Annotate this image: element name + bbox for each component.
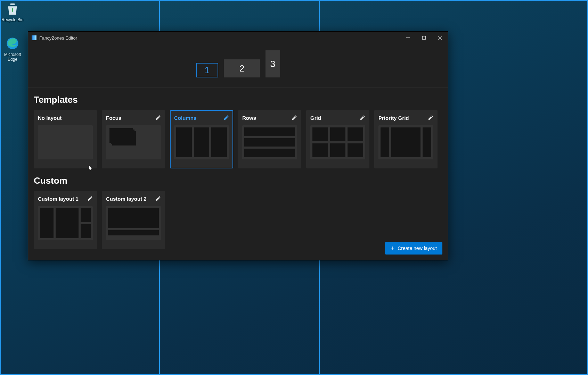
card-title: Custom layout 1	[38, 196, 79, 202]
layout-preview	[106, 206, 161, 240]
recycle-bin-icon	[5, 1, 20, 16]
pencil-icon[interactable]	[292, 115, 297, 120]
templates-heading: Templates	[34, 94, 442, 105]
plus-icon: +	[391, 245, 394, 252]
pencil-icon[interactable]	[223, 115, 229, 120]
layout-preview	[174, 125, 229, 159]
card-title: Grid	[310, 115, 321, 121]
monitor-2-button[interactable]: 2	[224, 59, 260, 77]
custom-card-2[interactable]: Custom layout 2	[102, 191, 165, 249]
layout-preview	[106, 125, 161, 159]
minimize-button[interactable]	[400, 32, 416, 44]
template-card-columns[interactable]: Columns	[170, 110, 233, 168]
maximize-button[interactable]	[416, 32, 432, 44]
fancyzones-editor-window: FancyZones Editor 1 2 3 Templates No lay…	[28, 31, 448, 260]
desktop: Recycle Bin Microsoft Edge FancyZones Ed…	[0, 0, 588, 375]
template-card-grid[interactable]: Grid	[306, 110, 369, 168]
layout-preview	[310, 125, 365, 159]
card-title: Focus	[106, 115, 121, 121]
svg-rect-6	[423, 36, 426, 40]
desktop-icon-label: Recycle Bin	[1, 17, 23, 22]
card-title: Columns	[174, 115, 196, 121]
svg-rect-2	[32, 35, 33, 40]
monitor-3-button[interactable]: 3	[266, 50, 280, 77]
layout-preview	[38, 206, 93, 240]
custom-heading: Custom	[34, 175, 442, 186]
pencil-icon[interactable]	[155, 115, 161, 120]
pencil-icon[interactable]	[428, 115, 433, 120]
template-card-rows[interactable]: Rows	[238, 110, 301, 168]
pencil-icon[interactable]	[155, 196, 161, 201]
close-button[interactable]	[432, 32, 448, 44]
card-title: Rows	[242, 115, 256, 121]
svg-rect-3	[33, 35, 35, 40]
layout-preview	[242, 125, 297, 159]
template-card-focus[interactable]: Focus	[102, 110, 165, 168]
pencil-icon[interactable]	[360, 115, 365, 120]
app-icon	[32, 35, 36, 40]
card-title: No layout	[38, 115, 62, 121]
create-new-layout-button[interactable]: + Create new layout	[385, 242, 442, 255]
svg-rect-5	[406, 38, 410, 38]
monitor-picker: 1 2 3	[28, 44, 448, 88]
titlebar[interactable]: FancyZones Editor	[28, 32, 448, 44]
template-card-priority-grid[interactable]: Priority Grid	[374, 110, 438, 168]
svg-rect-0	[10, 3, 15, 5]
desktop-icon-label: Microsoft Edge	[4, 52, 21, 62]
pencil-icon[interactable]	[87, 196, 93, 201]
create-label: Create new layout	[398, 245, 437, 251]
template-card-no-layout[interactable]: No layout	[34, 110, 97, 168]
desktop-icon-recycle-bin[interactable]: Recycle Bin	[0, 1, 26, 22]
layout-preview	[378, 125, 433, 159]
window-title: FancyZones Editor	[39, 35, 77, 41]
desktop-icon-edge[interactable]: Microsoft Edge	[0, 36, 26, 62]
custom-card-1[interactable]: Custom layout 1	[34, 191, 97, 249]
layout-preview	[38, 125, 93, 159]
svg-rect-4	[35, 35, 36, 40]
monitor-1-button[interactable]: 1	[196, 63, 218, 77]
card-title: Priority Grid	[378, 115, 409, 121]
card-title: Custom layout 2	[106, 196, 147, 202]
edge-icon	[5, 36, 20, 51]
